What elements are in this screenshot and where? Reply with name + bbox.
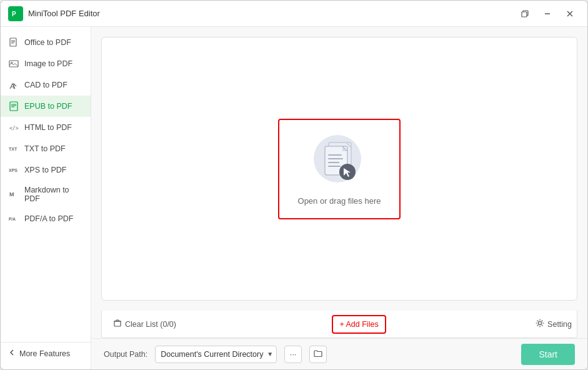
sidebar-spacer [1,229,91,342]
clear-list-button[interactable]: Clear List (0/0) [107,315,182,333]
sidebar-label-pdfa: PDF/A to PDF [24,214,74,223]
add-files-button[interactable]: + Add Files [332,315,386,334]
restore-button[interactable] [515,5,535,22]
main-window: P MiniTool PDF Editor [0,0,588,370]
xps-icon: XPS [8,164,19,176]
sidebar-item-markdown-to-pdf[interactable]: M Markdown to PDF [1,181,91,208]
folder-icon [314,349,322,359]
more-features-button[interactable]: More Features [1,342,91,364]
sidebar-item-txt-to-pdf[interactable]: TXT TXT to PDF [1,138,91,159]
bottom-toolbar: Clear List (0/0) + Add Files Setting [101,311,577,338]
svg-point-35 [539,322,542,325]
output-path-select-container: Document's Current Directory ▼ [155,346,277,363]
footer-bar: Output Path: Document's Current Director… [91,338,587,369]
sidebar-item-cad-to-pdf[interactable]: CAD to PDF [1,74,91,96]
epub-icon [8,101,19,112]
setting-button[interactable]: Setting [536,319,572,329]
sidebar-label-image: Image to PDF [24,59,72,68]
html-icon: </> [8,122,19,133]
minimize-button[interactable] [537,5,557,22]
svg-text:TXT: TXT [9,147,17,151]
output-path-select[interactable]: Document's Current Directory [155,346,277,363]
setting-label: Setting [547,320,572,329]
svg-rect-30 [114,321,121,326]
image-icon [8,58,19,69]
sidebar-label-epub: EPUB to PDF [24,102,72,111]
chevron-left-icon [8,349,16,358]
svg-text:XPS: XPS [9,168,17,172]
svg-text:</>: </> [9,126,19,131]
sidebar-label-office: Office to PDF [24,38,71,47]
app-logo: P [8,6,23,21]
txt-icon: TXT [8,143,19,154]
drop-zone[interactable]: Open or drag files here [278,119,401,219]
window-controls [515,5,580,22]
office-icon [8,37,19,48]
app-title: MiniTool PDF Editor [28,9,515,18]
cad-icon [8,79,19,91]
pdfa-icon: P/A [8,213,19,224]
output-path-more-button[interactable]: ··· [284,346,302,363]
dots-icon: ··· [290,349,297,359]
svg-text:P/A: P/A [9,217,16,221]
sidebar-item-pdfa-to-pdf[interactable]: P/A PDF/A to PDF [1,208,91,229]
sidebar-item-html-to-pdf[interactable]: </> HTML to PDF [1,117,91,138]
sidebar-label-txt: TXT to PDF [24,144,66,153]
markdown-icon: M [8,189,19,200]
setting-icon [536,319,544,329]
svg-text:M: M [9,191,14,198]
sidebar-item-epub-to-pdf[interactable]: EPUB to PDF [1,96,91,117]
drop-area: Open or drag files here [101,37,577,301]
sidebar-label-cad: CAD to PDF [24,81,67,89]
sidebar-label-xps: XPS to PDF [24,166,66,174]
add-files-label: + Add Files [339,320,378,329]
sidebar: Office to PDF Image to PDF [1,27,91,369]
svg-rect-13 [10,102,17,111]
drop-icon [311,132,367,189]
sidebar-item-image-to-pdf[interactable]: Image to PDF [1,53,91,74]
drop-label: Open or drag files here [298,196,381,206]
svg-text:P: P [12,11,16,18]
right-panel: Open or drag files here Cle [91,27,587,369]
sidebar-item-office-to-pdf[interactable]: Office to PDF [1,32,91,53]
clear-list-label: Clear List (0/0) [125,320,176,329]
more-features-label: More Features [19,349,70,358]
close-button[interactable] [560,5,580,22]
sidebar-label-html: HTML to PDF [24,123,72,132]
start-button[interactable]: Start [521,344,575,365]
sidebar-item-xps-to-pdf[interactable]: XPS XPS to PDF [1,159,91,181]
main-content: Office to PDF Image to PDF [1,27,587,369]
sidebar-label-markdown: Markdown to PDF [24,186,83,203]
titlebar: P MiniTool PDF Editor [1,1,587,27]
output-path-label: Output Path: [104,350,147,359]
clear-icon [113,319,122,329]
open-folder-button[interactable] [309,346,327,363]
svg-rect-2 [522,12,527,17]
